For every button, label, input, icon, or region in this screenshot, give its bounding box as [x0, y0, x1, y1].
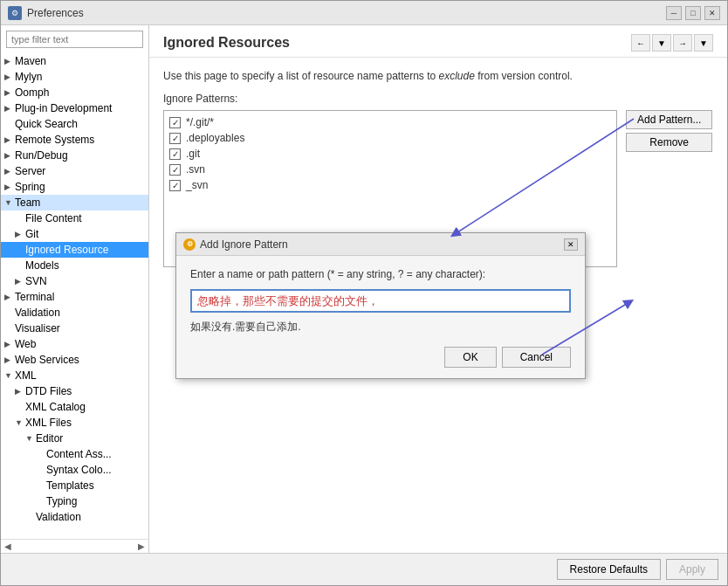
sidebar-item-spring[interactable]: ▶ Spring [1, 179, 148, 195]
sidebar-item-models[interactable]: Models [1, 258, 148, 273]
restore-defaults-button[interactable]: Restore Defaults [557, 559, 661, 580]
title-bar-left: ⚙ Preferences [8, 6, 84, 20]
sidebar-item-dtd-files[interactable]: ▶ DTD Files [1, 383, 148, 399]
dialog-description: Enter a name or path pattern (* = any st… [190, 268, 571, 280]
remove-button[interactable]: Remove [626, 133, 712, 152]
maven-label: Maven [15, 55, 46, 67]
window-controls: ─ □ ✕ [666, 6, 720, 20]
remote-systems-label: Remote Systems [15, 134, 94, 146]
sidebar-item-editor[interactable]: ▼ Editor [1, 431, 148, 446]
dtd-files-label: DTD Files [25, 385, 72, 397]
scroll-right-btn[interactable]: ▶ [138, 541, 145, 551]
web-services-arrow: ▶ [4, 355, 15, 364]
dropdown-button[interactable]: ▼ [652, 34, 671, 52]
pattern-checkbox-git[interactable] [169, 148, 181, 160]
xml-catalog-label: XML Catalog [25, 401, 86, 413]
sidebar-item-content-ass[interactable]: Content Ass... [1, 446, 148, 462]
pattern-item-svn[interactable]: .svn [168, 162, 613, 177]
dialog-body: Enter a name or path pattern (* = any st… [176, 256, 585, 378]
pattern-item-git[interactable]: .git [168, 146, 613, 162]
web-label: Web [15, 338, 36, 350]
validation-label: Validation [15, 307, 60, 319]
minimize-button[interactable]: ─ [666, 6, 682, 20]
sidebar-item-templates[interactable]: Templates [1, 478, 148, 493]
dialog-pattern-input[interactable] [190, 289, 571, 313]
pattern-item-git-all[interactable]: */.git/* [168, 114, 613, 130]
pattern-checkbox-deployables[interactable] [169, 133, 181, 144]
server-label: Server [15, 165, 45, 177]
pattern-checkbox-svn[interactable] [169, 164, 181, 176]
sidebar-item-web-services[interactable]: ▶ Web Services [1, 352, 148, 368]
sidebar-item-xml-catalog[interactable]: XML Catalog [1, 399, 148, 415]
dialog-ok-button[interactable]: OK [444, 347, 496, 368]
dtd-files-arrow: ▶ [15, 387, 25, 396]
action-buttons: Add Pattern... Remove [626, 110, 712, 267]
sidebar-item-xml[interactable]: ▼ XML [1, 368, 148, 383]
main-content: ▶ Maven ▶ Mylyn ▶ Oomph ▶ Plug-in Develo… [1, 25, 727, 553]
sidebar-item-web[interactable]: ▶ Web [1, 336, 148, 352]
pattern-text-deployables: .deployables [186, 132, 244, 144]
sidebar-item-team[interactable]: ▼ Team [1, 195, 148, 210]
add-ignore-pattern-dialog: ⚙ Add Ignore Pattern ✕ Enter a name or p… [175, 232, 586, 379]
sidebar-item-mylyn[interactable]: ▶ Mylyn [1, 69, 148, 85]
sidebar-item-quick-search[interactable]: Quick Search [1, 116, 148, 132]
terminal-label: Terminal [15, 291, 54, 303]
preferences-window: ⚙ Preferences ─ □ ✕ ▶ Maven ▶ Mylyn [0, 0, 728, 586]
plugin-dev-arrow: ▶ [4, 104, 15, 113]
sidebar-item-xml-files[interactable]: ▼ XML Files [1, 415, 148, 431]
pattern-text-svn-underscore: _svn [186, 179, 208, 191]
sidebar-item-validation[interactable]: Validation [1, 305, 148, 321]
forward-button[interactable]: → [673, 34, 692, 52]
dialog-title-text: Add Ignore Pattern [200, 238, 288, 251]
sidebar-item-file-content[interactable]: File Content [1, 210, 148, 226]
sidebar-item-git[interactable]: ▶ Git [1, 226, 148, 242]
spring-arrow: ▶ [4, 183, 15, 191]
sidebar-item-server[interactable]: ▶ Server [1, 163, 148, 179]
description-text: Use this page to specify a list of resou… [163, 68, 713, 84]
dialog-cancel-button[interactable]: Cancel [502, 347, 571, 368]
pattern-checkbox-svn-underscore[interactable] [169, 180, 181, 191]
tree-container: ▶ Maven ▶ Mylyn ▶ Oomph ▶ Plug-in Develo… [1, 53, 148, 539]
close-button[interactable]: ✕ [704, 6, 720, 20]
sidebar-item-oomph[interactable]: ▶ Oomph [1, 85, 148, 100]
oomph-arrow: ▶ [4, 88, 15, 97]
git-arrow: ▶ [15, 230, 25, 238]
pattern-item-deployables[interactable]: .deployables [168, 130, 613, 146]
dialog-title-left: ⚙ Add Ignore Pattern [183, 238, 288, 251]
back-button[interactable]: ← [631, 34, 650, 52]
add-pattern-button[interactable]: Add Pattern... [626, 110, 712, 129]
dropdown2-button[interactable]: ▼ [694, 34, 713, 52]
sidebar-item-typing[interactable]: Typing [1, 493, 148, 509]
maximize-button[interactable]: □ [685, 6, 701, 20]
typing-label: Typing [46, 495, 77, 507]
sidebar-item-visualiser[interactable]: Visualiser [1, 321, 148, 336]
sidebar-item-run-debug[interactable]: ▶ Run/Debug [1, 148, 148, 163]
dialog-close-button[interactable]: ✕ [564, 238, 578, 251]
panel-body: Use this page to specify a list of resou… [149, 58, 727, 553]
panel-header: Ignored Resources ← ▼ → ▼ [149, 25, 727, 58]
syntax-colo-label: Syntax Colo... [46, 464, 112, 476]
scroll-left-btn[interactable]: ◀ [4, 541, 11, 551]
svn-arrow: ▶ [15, 277, 25, 286]
pattern-checkbox-git-all[interactable] [169, 117, 181, 128]
sidebar-item-plugin-dev[interactable]: ▶ Plug-in Development [1, 100, 148, 116]
dialog-buttons: OK Cancel [190, 347, 571, 368]
sidebar-item-svn[interactable]: ▶ SVN [1, 273, 148, 289]
apply-button[interactable]: Apply [666, 559, 718, 580]
panel-toolbar: ← ▼ → ▼ [631, 34, 713, 52]
dialog-icon: ⚙ [183, 238, 196, 251]
mylyn-arrow: ▶ [4, 72, 15, 81]
mylyn-label: Mylyn [15, 71, 42, 83]
web-services-label: Web Services [15, 354, 79, 366]
sidebar-item-maven[interactable]: ▶ Maven [1, 53, 148, 69]
sidebar-item-validation2[interactable]: Validation [1, 509, 148, 525]
pattern-text-svn: .svn [186, 163, 205, 176]
sidebar-item-remote-systems[interactable]: ▶ Remote Systems [1, 132, 148, 148]
sidebar-item-ignored-resource[interactable]: Ignored Resource [1, 242, 148, 258]
quick-search-label: Quick Search [15, 118, 78, 130]
models-label: Models [25, 259, 59, 272]
filter-input[interactable] [6, 31, 143, 48]
pattern-item-svn-underscore[interactable]: _svn [168, 177, 613, 193]
sidebar-item-terminal[interactable]: ▶ Terminal [1, 289, 148, 305]
sidebar-item-syntax-colo[interactable]: Syntax Colo... [1, 462, 148, 478]
